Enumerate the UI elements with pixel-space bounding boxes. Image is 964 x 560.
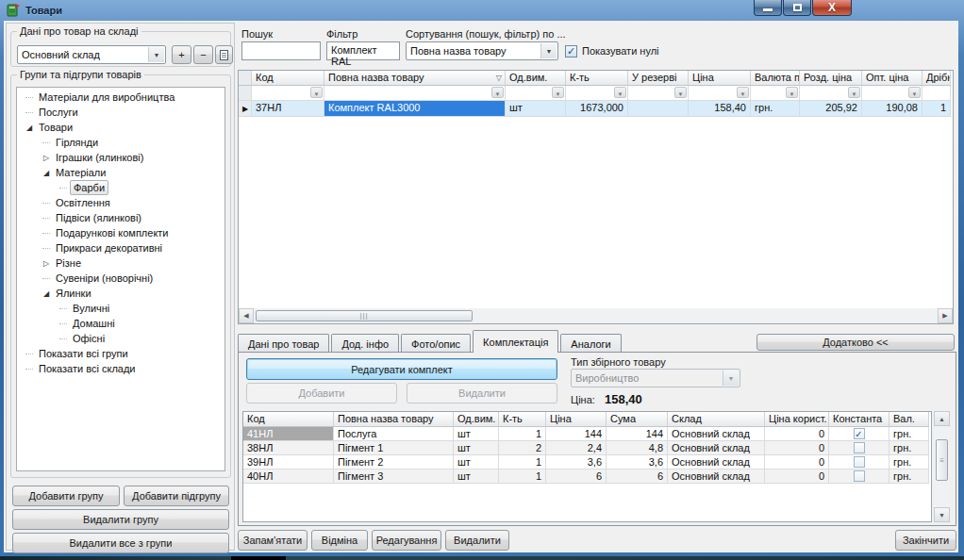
column-header[interactable]: Валюта пр <box>751 71 800 86</box>
filter-dropdown-icon[interactable]: ▼ <box>674 87 687 98</box>
cell-qty[interactable]: 2 <box>499 441 546 455</box>
product-row[interactable]: ▶ 37НЛ Комплект RAL3000 шт 1673,000 158,… <box>239 101 953 117</box>
cell-user-price[interactable]: 0 <box>765 469 829 484</box>
cell-price[interactable]: 158,40 <box>689 101 751 117</box>
filter-cell[interactable]: ▼ <box>689 86 751 101</box>
sort-select[interactable]: Повна назва товару ▼ <box>406 41 558 60</box>
cell-user-price[interactable]: 0 <box>765 441 829 455</box>
tree-item[interactable]: ▷Різне <box>17 255 224 271</box>
cell-name-selected[interactable]: Комплект RAL3000 <box>324 101 506 117</box>
save-button[interactable]: Запам'ятати <box>238 530 307 551</box>
cell-qty[interactable]: 1673,000 <box>566 101 628 117</box>
column-header[interactable]: Код <box>252 71 324 86</box>
tree-item[interactable]: Офісні <box>17 331 224 346</box>
cell-retail-price[interactable]: 205,92 <box>800 101 862 117</box>
cell-warehouse[interactable]: Основний склад <box>668 469 765 484</box>
cell-qty[interactable]: 1 <box>499 427 546 441</box>
cell-qty[interactable]: 1 <box>499 469 546 484</box>
cell-name[interactable]: Пігмент 2 <box>334 455 454 469</box>
edit-kit-button[interactable]: Редагувати комплект <box>246 358 557 380</box>
minimize-button[interactable] <box>754 0 782 16</box>
tree-item[interactable]: Показати всі групи <box>17 346 224 361</box>
cell-price[interactable]: 2,4 <box>546 441 607 455</box>
component-row[interactable]: 38НЛ Пігмент 1 шт 2 2,4 4,8 Основний скл… <box>243 441 931 455</box>
column-header[interactable]: Склад <box>668 412 765 427</box>
column-header[interactable]: Од.вим. <box>506 71 566 86</box>
checkbox-unchecked-icon[interactable] <box>854 442 865 453</box>
remove-warehouse-button[interactable]: − <box>193 45 213 64</box>
filter-dropdown-icon[interactable]: ▼ <box>908 87 921 98</box>
tree-item[interactable]: Підвіси (ялинкові) <box>17 210 224 225</box>
cell-currency[interactable]: грн. <box>889 441 929 455</box>
column-header[interactable]: Константа <box>829 412 889 427</box>
filter-dropdown-icon[interactable]: ▼ <box>737 87 749 98</box>
horizontal-scrollbar[interactable]: ◀ ||| ▶ <box>239 308 953 323</box>
filter-dropdown-icon[interactable]: ▼ <box>614 87 626 98</box>
column-header[interactable]: К-ть <box>499 412 546 427</box>
add-group-button[interactable]: Добавити групу <box>12 486 120 506</box>
tree-item[interactable]: Матеріали для виробництва <box>17 90 224 105</box>
cell-warehouse[interactable]: Основний склад <box>668 455 765 469</box>
column-header[interactable]: Ціна <box>546 412 607 427</box>
filter-cell[interactable]: ▼ <box>252 86 324 101</box>
tab-additional-info[interactable]: Дод. інфо <box>331 334 399 353</box>
tree-expanded-icon[interactable]: ◢ <box>40 289 53 298</box>
filter-cell[interactable]: ▼ <box>324 86 506 101</box>
add-component-button[interactable]: Добавити <box>246 383 397 404</box>
tree-collapsed-icon[interactable]: ▷ <box>40 259 53 268</box>
cell-price[interactable]: 3,6 <box>546 455 607 469</box>
warehouse-info-button[interactable] <box>215 45 233 64</box>
tab-kit-contents[interactable]: Комплектація <box>473 330 558 353</box>
chevron-down-icon[interactable]: ▼ <box>540 43 557 58</box>
cell-constant-checkbox[interactable]: ✓ <box>829 427 889 441</box>
filter-cell[interactable] <box>922 86 951 101</box>
additional-button[interactable]: Додатково << <box>756 334 955 351</box>
tree-expanded-icon[interactable]: ◢ <box>40 169 53 177</box>
scrollbar-thumb[interactable]: ≡ <box>936 439 948 481</box>
cell-code[interactable]: 40НЛ <box>243 469 334 484</box>
tree-item[interactable]: Вуличні <box>17 301 224 316</box>
cell-warehouse[interactable]: Основний склад <box>668 427 765 441</box>
filter-cell[interactable]: ▼ <box>628 86 689 101</box>
cell-small-price[interactable]: 1 <box>922 101 951 117</box>
cell-wholesale-price[interactable]: 190,08 <box>862 101 922 117</box>
cell-constant-checkbox[interactable] <box>829 441 889 455</box>
finish-button[interactable]: Закінчити <box>895 530 956 551</box>
cell-qty[interactable]: 1 <box>499 455 546 469</box>
checkbox-checked-icon[interactable]: ✓ <box>854 428 865 439</box>
cell-unit[interactable]: шт <box>454 441 499 455</box>
checkbox-checked-icon[interactable]: ✓ <box>565 45 577 58</box>
column-header[interactable]: Сума <box>607 412 668 427</box>
cell-unit[interactable]: шт <box>506 101 566 117</box>
component-row[interactable]: 41НЛ Послуга шт 1 144 144 Основний склад… <box>243 427 931 441</box>
cell-name[interactable]: Пігмент 3 <box>334 469 454 484</box>
checkbox-unchecked-icon[interactable] <box>854 470 865 482</box>
tree-collapsed-icon[interactable]: ▷ <box>40 154 53 162</box>
tree-item[interactable]: Прикраси декоративні <box>17 240 224 255</box>
cell-warehouse[interactable]: Основний склад <box>668 441 765 455</box>
cell-currency[interactable]: грн. <box>889 427 929 441</box>
delete-group-button[interactable]: Видалити групу <box>12 509 229 530</box>
scroll-left-icon[interactable]: ◀ <box>239 308 254 323</box>
tree-item[interactable]: Гірлянди <box>17 135 224 150</box>
filter-cell[interactable]: ▼ <box>506 86 566 101</box>
cell-currency[interactable]: грн. <box>889 469 929 484</box>
column-header[interactable]: Розд. ціна <box>800 71 862 86</box>
search-input[interactable] <box>241 41 321 60</box>
filter-cell[interactable]: ▼ <box>800 86 862 101</box>
tree-item[interactable]: ◢Ялинки <box>17 286 224 301</box>
scroll-right-icon[interactable]: ▶ <box>938 308 953 323</box>
cell-constant-checkbox[interactable] <box>829 469 889 484</box>
edit-button[interactable]: Редагування <box>372 530 441 551</box>
tree-expanded-icon[interactable]: ◢ <box>23 124 36 132</box>
tree-item[interactable]: Послуги <box>17 105 224 120</box>
column-header[interactable]: Ціна <box>689 71 751 86</box>
component-row[interactable]: 39НЛ Пігмент 2 шт 1 3,6 3,6 Основний скл… <box>243 455 931 469</box>
checkbox-unchecked-icon[interactable] <box>854 456 865 468</box>
filter-dropdown-icon[interactable]: ▼ <box>786 87 798 98</box>
cell-currency[interactable]: грн. <box>889 455 929 469</box>
tree-item[interactable]: ◢Товари <box>17 120 224 135</box>
filter-dropdown-icon[interactable]: ▼ <box>310 87 323 98</box>
maximize-button[interactable] <box>783 0 811 16</box>
add-warehouse-button[interactable]: + <box>172 45 191 64</box>
